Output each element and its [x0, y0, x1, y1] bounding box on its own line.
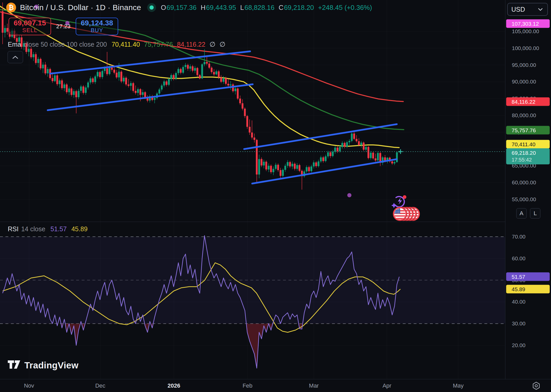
candle: [192, 66, 194, 71]
average-toggle-icon[interactable]: ∅: [209, 40, 215, 48]
axis-settings-icon[interactable]: [532, 382, 540, 391]
trendline[interactable]: [50, 51, 250, 74]
candle: [47, 69, 49, 73]
pane-separator[interactable]: [0, 222, 551, 222]
time-axis-label: Feb: [243, 382, 252, 389]
currency-value: USD: [511, 6, 525, 13]
candle: [237, 88, 239, 99]
symbol-header: ₿ Bitcoin / U.S. Dollar · 1D · Binance O…: [6, 3, 372, 12]
chevron-up-icon: [12, 56, 18, 59]
candle: [28, 49, 30, 52]
candle: [246, 116, 248, 127]
candle: [368, 147, 369, 158]
price-axis-label: 80,000.00: [512, 112, 536, 118]
ema-name: Ema: [8, 41, 21, 48]
rsi-band: [0, 237, 505, 324]
candle: [196, 68, 198, 75]
price-level-badge: 84,116.22: [506, 97, 550, 106]
candle: [135, 91, 137, 93]
axis-mode-buttons: A L: [516, 208, 540, 219]
ema100-value: 75,757.76: [144, 41, 173, 48]
candle: [154, 98, 156, 100]
currency-dropdown[interactable]: USD: [507, 3, 548, 16]
candle: [161, 86, 163, 90]
candle: [363, 143, 365, 150]
buy-button[interactable]: 69,124.38 BUY: [76, 18, 118, 35]
candle: [182, 67, 184, 73]
collapse-legend-button[interactable]: [8, 51, 23, 63]
time-axis-label: Mar: [309, 382, 319, 389]
candle: [170, 75, 172, 79]
candle: [223, 78, 224, 82]
candle: [315, 162, 317, 166]
candle: [310, 166, 312, 171]
candle: [242, 103, 243, 109]
sell-price: 69,097.15: [14, 19, 46, 27]
candle: [358, 141, 360, 145]
candle: [275, 165, 277, 169]
rsi-params: 14 close: [21, 225, 45, 233]
candle: [299, 165, 300, 171]
candle: [391, 162, 393, 164]
candle: [121, 72, 122, 82]
average-toggle-icon[interactable]: ∅: [220, 40, 225, 48]
candle: [277, 165, 279, 170]
time-axis[interactable]: NovDec2026FebMarAprMay: [0, 379, 551, 392]
buy-price: 69,124.38: [81, 19, 113, 27]
price-axis-label: 90,000.00: [512, 79, 536, 85]
chevron-down-icon: [538, 8, 543, 11]
market-status-icon[interactable]: [147, 3, 156, 12]
time-axis-label: 2026: [168, 382, 180, 389]
candle: [175, 73, 177, 79]
log-scale-button[interactable]: L: [530, 208, 540, 219]
price-axis-label: 105,000.00: [512, 28, 539, 34]
rsi-name: RSI: [8, 225, 19, 233]
candle: [353, 134, 355, 139]
candle: [249, 127, 251, 132]
candle: [30, 49, 32, 57]
candle: [99, 72, 101, 77]
flag-stack-icon[interactable]: [392, 206, 421, 222]
candle: [2, 11, 4, 33]
last-price-line: [0, 149, 505, 154]
candle: [187, 65, 189, 69]
candle: [158, 89, 160, 94]
time-axis-label: Apr: [383, 382, 391, 389]
candle: [325, 156, 327, 161]
candle: [263, 162, 265, 165]
candle: [344, 143, 345, 146]
countdown-timer: 17:55:42: [512, 156, 532, 163]
us-flag-coin: [393, 207, 407, 221]
price-axis[interactable]: A L 105,000.00100,000.0095,000.0090,000.…: [505, 0, 551, 379]
sell-button[interactable]: 69,097.15 SELL: [9, 18, 51, 35]
tradingview-logo[interactable]: TradingView: [7, 359, 79, 372]
candle: [68, 88, 70, 92]
candle: [365, 147, 367, 150]
candle: [168, 79, 170, 85]
price-level-badge: 107,303.12: [506, 19, 550, 28]
candle: [372, 153, 374, 158]
candle: [92, 78, 94, 82]
price-axis-label: 95,000.00: [512, 62, 536, 68]
symbol-title[interactable]: Bitcoin / U.S. Dollar · 1D · Binance: [20, 3, 141, 12]
candle: [377, 153, 379, 160]
rsi-legend[interactable]: RSI 14 close 51.57 45.89: [8, 225, 88, 233]
candle: [329, 152, 331, 156]
candle: [139, 89, 141, 95]
price-chart-canvas[interactable]: [0, 0, 505, 379]
candle: [63, 85, 65, 88]
time-axis-label: May: [453, 382, 464, 389]
candle: [40, 59, 41, 68]
candle: [137, 89, 139, 93]
sell-label: SELL: [22, 27, 37, 34]
candle: [106, 68, 108, 74]
change-value: +248.45 (+0.36%): [318, 4, 372, 12]
candle: [123, 78, 125, 81]
ema-legend[interactable]: Ema close 50 close 100 close 200 70,411.…: [8, 40, 225, 48]
candle: [308, 167, 310, 171]
candle: [370, 153, 372, 158]
candle: [75, 91, 77, 97]
candle: [189, 66, 191, 69]
candle: [78, 91, 80, 97]
auto-scale-button[interactable]: A: [516, 208, 527, 219]
